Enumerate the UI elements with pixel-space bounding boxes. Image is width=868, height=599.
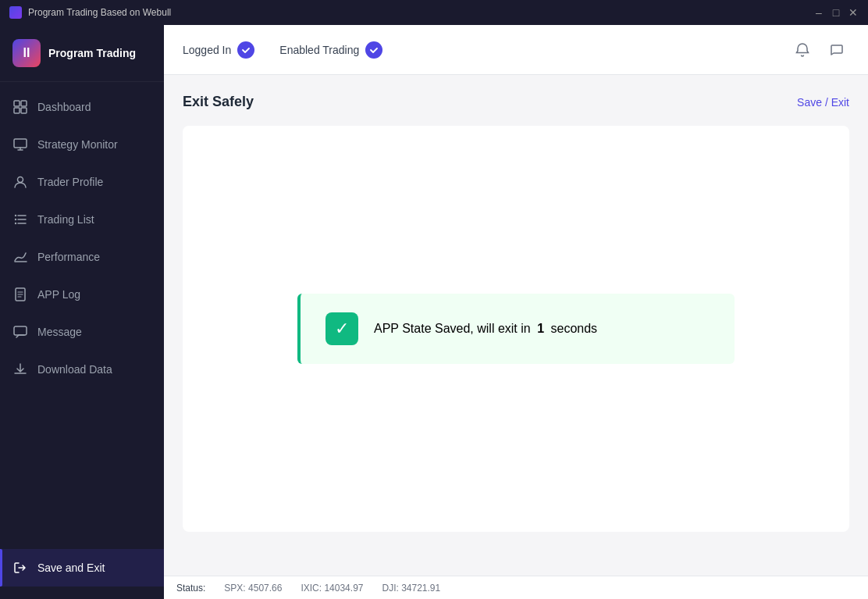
page-header: Exit Safely Save / Exit [183, 94, 849, 110]
chart-bar-icon [12, 249, 28, 265]
sidebar-item-save-exit[interactable]: Save and Exit [0, 549, 164, 587]
app-icon [9, 6, 22, 19]
active-indicator [0, 549, 2, 587]
sidebar-logo: II [12, 39, 41, 67]
notification-text-after: seconds [551, 322, 598, 335]
message-icon [12, 324, 28, 340]
sidebar-item-label-strategy: Strategy Monitor [37, 138, 118, 151]
status-label: Status: [176, 583, 205, 594]
sidebar-item-label-app-log: APP Log [37, 288, 80, 301]
notification-count: 1 [537, 322, 544, 335]
page-title: Exit Safely [183, 94, 254, 110]
dji-value: DJI: 34721.91 [382, 583, 440, 594]
titlebar-left: Program Trading Based on Webull [9, 6, 171, 19]
list-icon [12, 212, 28, 227]
sidebar-item-label-profile: Trader Profile [37, 176, 103, 188]
logged-in-badge [237, 41, 254, 59]
sidebar-item-performance[interactable]: Performance [0, 238, 164, 276]
success-checkmark-icon: ✓ [335, 319, 349, 339]
enabled-trading-badge [365, 41, 382, 59]
sidebar-item-dashboard[interactable]: Dashboard [0, 88, 164, 126]
svg-point-11 [15, 223, 16, 224]
success-check-box: ✓ [326, 312, 358, 345]
spx-value: SPX: 4507.66 [224, 583, 282, 594]
exit-icon [12, 560, 28, 576]
header: Logged In Enabled Trading [164, 25, 868, 75]
sidebar-nav: Dashboard Strategy Monitor [0, 82, 164, 543]
sidebar-item-label-dashboard: Dashboard [37, 101, 91, 113]
notification-text-before: APP State Saved, will exit in [374, 322, 531, 335]
monitor-icon [12, 137, 28, 152]
chat-button[interactable] [824, 37, 849, 62]
user-icon [12, 174, 28, 190]
sidebar-item-trader-profile[interactable]: Trader Profile [0, 163, 164, 201]
grid-icon [12, 99, 28, 115]
titlebar-controls: – □ ✕ [813, 7, 859, 18]
close-button[interactable]: ✕ [848, 7, 859, 18]
minimize-button[interactable]: – [813, 7, 824, 18]
sidebar-item-strategy-monitor[interactable]: Strategy Monitor [0, 126, 164, 163]
main-card: ✓ APP State Saved, will exit in 1 second… [183, 126, 849, 532]
svg-rect-4 [14, 139, 27, 148]
svg-point-5 [18, 177, 23, 183]
sidebar-item-message[interactable]: Message [0, 313, 164, 351]
sidebar: II Program Trading Dashboard [0, 25, 164, 599]
sidebar-item-download-data[interactable]: Download Data [0, 351, 164, 388]
ixic-value: IXIC: 14034.97 [301, 583, 363, 594]
content-area: Exit Safely Save / Exit ✓ APP State Save… [164, 75, 868, 576]
sidebar-footer: Save and Exit [0, 543, 164, 599]
header-actions [790, 37, 849, 62]
svg-point-9 [15, 215, 16, 216]
sidebar-item-label-performance: Performance [37, 251, 100, 263]
svg-rect-0 [14, 101, 20, 106]
success-notification: ✓ APP State Saved, will exit in 1 second… [297, 294, 735, 364]
maximize-button[interactable]: □ [831, 7, 841, 18]
svg-rect-3 [21, 108, 27, 113]
logo-text: II [23, 46, 30, 60]
notification-button[interactable] [790, 37, 815, 62]
sidebar-item-label-download: Download Data [37, 363, 112, 376]
sidebar-header: II Program Trading [0, 25, 164, 82]
enabled-trading-status: Enabled Trading [279, 41, 382, 59]
download-icon [12, 362, 28, 377]
sidebar-item-label-message: Message [37, 326, 82, 338]
svg-rect-1 [21, 101, 27, 106]
svg-rect-17 [14, 326, 27, 335]
sidebar-item-app-log[interactable]: APP Log [0, 276, 164, 313]
notification-text: APP State Saved, will exit in 1 seconds [374, 322, 597, 336]
titlebar-title: Program Trading Based on Webull [28, 7, 171, 18]
svg-rect-2 [14, 108, 20, 113]
sidebar-app-name: Program Trading [48, 47, 136, 59]
log-icon [12, 287, 28, 302]
titlebar: Program Trading Based on Webull – □ ✕ [0, 0, 868, 25]
app-container: II Program Trading Dashboard [0, 25, 868, 599]
main-content: Logged In Enabled Trading [164, 25, 868, 599]
enabled-trading-label: Enabled Trading [279, 44, 359, 56]
sidebar-item-label-save-exit: Save and Exit [37, 562, 105, 574]
svg-point-10 [15, 219, 16, 220]
status-bar: Status: SPX: 4507.66 IXIC: 14034.97 DJI:… [164, 576, 868, 599]
sidebar-item-label-trading-list: Trading List [37, 213, 94, 226]
save-exit-button[interactable]: Save / Exit [797, 96, 849, 109]
logged-in-status: Logged In [183, 41, 254, 59]
sidebar-item-trading-list[interactable]: Trading List [0, 201, 164, 238]
logged-in-label: Logged In [183, 44, 231, 56]
